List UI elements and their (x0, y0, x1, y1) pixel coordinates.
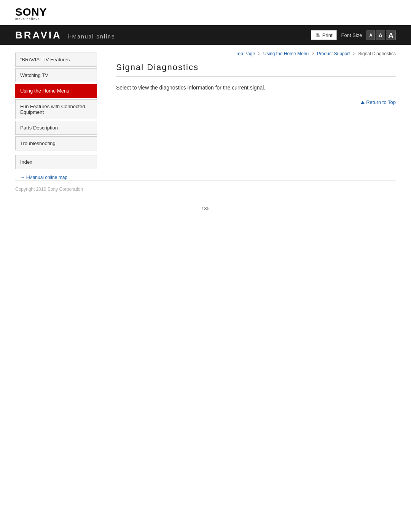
return-to-top-container: Return to Top (116, 92, 396, 109)
content-area: Top Page > Using the Home Menu > Product… (105, 45, 396, 180)
breadcrumb-current: Signal Diagnostics (358, 51, 396, 56)
breadcrumb-product-support[interactable]: Product Support (317, 51, 350, 56)
main-layout: “BRAVIA” TV Features Watching TV Using t… (0, 45, 411, 180)
sidebar-map-link[interactable]: → i-Manual online map (15, 171, 97, 180)
return-to-top-link[interactable]: Return to Top (361, 99, 396, 105)
font-medium-button[interactable]: A (376, 30, 385, 40)
sidebar-item-fun-features[interactable]: Fun Features with Connected Equipment (15, 99, 97, 119)
page-number: 135 (0, 198, 411, 223)
print-button[interactable]: 🖶 Print (311, 30, 337, 40)
sidebar-item-parts-description[interactable]: Parts Description (15, 121, 97, 135)
logo-bar: SONY make.believe (0, 0, 411, 25)
breadcrumb-home-menu[interactable]: Using the Home Menu (263, 51, 309, 56)
imanual-label: i-Manual online (68, 34, 115, 40)
footer: Copyright 2010 Sony Corporation (0, 181, 411, 198)
sony-brand: SONY (15, 7, 396, 18)
toolbar: 🖶 Print Font Size A A A (311, 30, 396, 40)
print-icon: 🖶 (315, 32, 320, 38)
breadcrumb-sep1: > (258, 51, 260, 56)
breadcrumb: Top Page > Using the Home Menu > Product… (116, 51, 396, 56)
sidebar-divider (15, 152, 97, 155)
print-label: Print (322, 32, 333, 38)
page-title: Signal Diagnostics (116, 62, 396, 77)
font-size-controls: A A A (366, 30, 396, 40)
sidebar-item-troubleshooting[interactable]: Troubleshooting (15, 136, 97, 150)
breadcrumb-top-page[interactable]: Top Page (236, 51, 255, 56)
bravia-logo: BRAVIA (15, 29, 62, 41)
sidebar-item-bravia-tv-features[interactable]: “BRAVIA” TV Features (15, 53, 97, 67)
sidebar: “BRAVIA” TV Features Watching TV Using t… (15, 45, 105, 180)
sony-logo: SONY make.believe (15, 7, 396, 21)
sony-tagline: make.believe (15, 18, 396, 21)
font-size-label: Font Size (341, 32, 362, 38)
breadcrumb-sep3: > (353, 51, 355, 56)
arrow-right-icon: → (20, 174, 25, 180)
font-large-button[interactable]: A (386, 30, 396, 40)
brand-section: BRAVIA i-Manual online (15, 29, 115, 41)
imanual-header-bar: BRAVIA i-Manual online 🖶 Print Font Size… (0, 25, 411, 45)
sidebar-item-watching-tv[interactable]: Watching TV (15, 68, 97, 82)
sidebar-item-using-home-menu[interactable]: Using the Home Menu (15, 84, 97, 98)
return-to-top-label: Return to Top (366, 99, 396, 105)
breadcrumb-sep2: > (312, 51, 314, 56)
map-link-label: i-Manual online map (26, 175, 67, 180)
sidebar-item-index[interactable]: Index (15, 155, 97, 169)
page-description: Select to view the diagnostics informati… (116, 83, 396, 92)
copyright-text: Copyright 2010 Sony Corporation (15, 187, 83, 192)
triangle-up-icon (361, 101, 365, 104)
font-small-button[interactable]: A (366, 30, 375, 40)
